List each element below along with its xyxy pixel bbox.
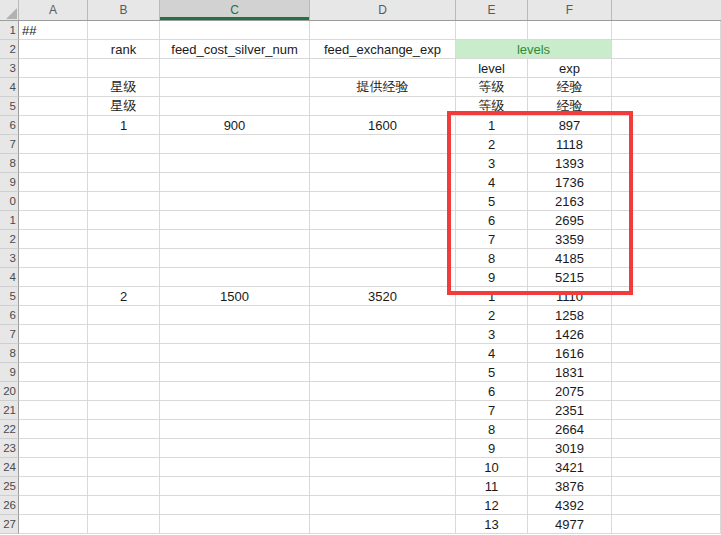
cell-A9[interactable] [19,173,88,192]
cell-G17[interactable] [612,325,721,344]
select-all-corner[interactable] [0,0,19,20]
cell-G2[interactable] [612,40,721,59]
cell-A8[interactable] [19,154,88,173]
cell-F21[interactable]: 2351 [528,401,612,420]
cell-E8[interactable]: 3 [456,154,528,173]
row-header-21[interactable]: 21 [0,401,19,420]
cell-G4[interactable] [612,78,721,97]
row-header-22[interactable]: 22 [0,420,19,439]
cell-G8[interactable] [612,154,721,173]
cell-F24[interactable]: 3421 [528,458,612,477]
cell-D25[interactable] [310,477,456,496]
cell-C14[interactable] [160,268,310,287]
cell-E19[interactable]: 5 [456,363,528,382]
cell-B13[interactable] [88,249,160,268]
cell-D11[interactable] [310,211,456,230]
cell-D15[interactable]: 3520 [310,287,456,306]
cell-E1[interactable] [456,21,528,40]
cell-D17[interactable] [310,325,456,344]
cell-A24[interactable] [19,458,88,477]
column-header-b[interactable]: B [88,0,160,20]
cell-F23[interactable]: 3019 [528,439,612,458]
cell-C2[interactable]: feed_cost_silver_num [160,40,310,59]
cell-A22[interactable] [19,420,88,439]
row-header-11[interactable]: 1 [0,211,19,230]
cell-G7[interactable] [612,135,721,154]
cell-A20[interactable] [19,382,88,401]
cell-A18[interactable] [19,344,88,363]
cell-A2[interactable] [19,40,88,59]
row-header-7[interactable]: 7 [0,135,19,154]
cell-B15[interactable]: 2 [88,287,160,306]
cell-D2[interactable]: feed_exchange_exp [310,40,456,59]
cell-E17[interactable]: 3 [456,325,528,344]
cell-F9[interactable]: 1736 [528,173,612,192]
row-header-4[interactable]: 4 [0,78,19,97]
column-header-d[interactable]: D [310,0,456,20]
cell-D1[interactable] [310,21,456,40]
cell-C11[interactable] [160,211,310,230]
row-header-20[interactable]: 20 [0,382,19,401]
cell-B8[interactable] [88,154,160,173]
cell-G23[interactable] [612,439,721,458]
cell-C22[interactable] [160,420,310,439]
row-header-5[interactable]: 5 [0,97,19,116]
cell-G27[interactable] [612,515,721,534]
column-header-g[interactable] [612,0,721,20]
cell-G15[interactable] [612,287,721,306]
cell-B6[interactable]: 1 [88,116,160,135]
cell-A25[interactable] [19,477,88,496]
cell-F5[interactable]: 经验 [528,97,612,116]
cell-F26[interactable]: 4392 [528,496,612,515]
cell-F10[interactable]: 2163 [528,192,612,211]
cell-C17[interactable] [160,325,310,344]
cell-G10[interactable] [612,192,721,211]
cell-D22[interactable] [310,420,456,439]
cell-levels-merged[interactable]: levels [456,40,612,59]
cell-E14[interactable]: 9 [456,268,528,287]
cell-G6[interactable] [612,116,721,135]
cell-D8[interactable] [310,154,456,173]
cell-B14[interactable] [88,268,160,287]
cell-E11[interactable]: 6 [456,211,528,230]
cell-F6[interactable]: 897 [528,116,612,135]
cell-C23[interactable] [160,439,310,458]
cell-A3[interactable] [19,59,88,78]
row-header-16[interactable]: 6 [0,306,19,325]
cell-F16[interactable]: 1258 [528,306,612,325]
cell-D26[interactable] [310,496,456,515]
cell-D24[interactable] [310,458,456,477]
cell-C10[interactable] [160,192,310,211]
cell-C21[interactable] [160,401,310,420]
cell-B5[interactable]: 星级 [88,97,160,116]
cell-C18[interactable] [160,344,310,363]
cell-E24[interactable]: 10 [456,458,528,477]
column-header-a[interactable]: A [19,0,88,20]
cell-C8[interactable] [160,154,310,173]
cell-G20[interactable] [612,382,721,401]
cell-G18[interactable] [612,344,721,363]
row-header-3[interactable]: 3 [0,59,19,78]
cell-C20[interactable] [160,382,310,401]
cell-F11[interactable]: 2695 [528,211,612,230]
cell-B21[interactable] [88,401,160,420]
cell-C15[interactable]: 1500 [160,287,310,306]
row-header-18[interactable]: 8 [0,344,19,363]
row-header-27[interactable]: 27 [0,515,19,534]
cell-C19[interactable] [160,363,310,382]
cell-A27[interactable] [19,515,88,534]
cell-D27[interactable] [310,515,456,534]
cell-E23[interactable]: 9 [456,439,528,458]
cell-B24[interactable] [88,458,160,477]
cell-A7[interactable] [19,135,88,154]
cell-A21[interactable] [19,401,88,420]
cell-G12[interactable] [612,230,721,249]
cell-G13[interactable] [612,249,721,268]
cell-D6[interactable]: 1600 [310,116,456,135]
row-header-17[interactable]: 7 [0,325,19,344]
cell-G16[interactable] [612,306,721,325]
cell-A4[interactable] [19,78,88,97]
cell-D23[interactable] [310,439,456,458]
cell-D16[interactable] [310,306,456,325]
cell-F7[interactable]: 1118 [528,135,612,154]
